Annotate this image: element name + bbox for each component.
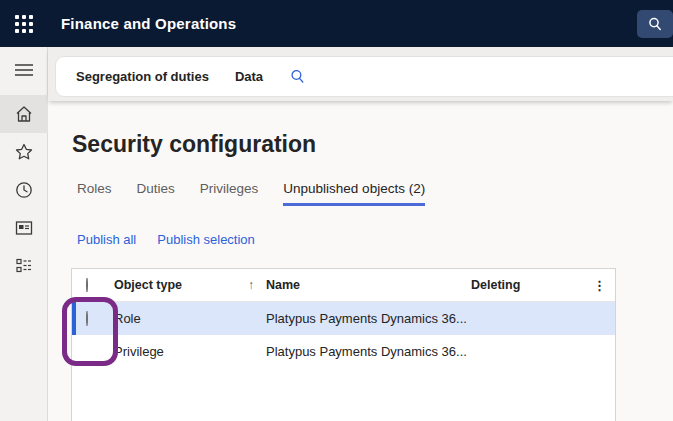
column-header-deleting[interactable]: Deleting	[471, 278, 581, 292]
tab-bar: Roles Duties Privileges Unpublished obje…	[77, 181, 425, 206]
search-icon	[647, 16, 663, 32]
tab-duties[interactable]: Duties	[137, 181, 175, 206]
table-row-privilege[interactable]: Privilege Platypus Payments Dynamics 36.…	[72, 335, 615, 368]
selected-row-accent	[72, 302, 76, 335]
action-bar: Publish all Publish selection	[77, 232, 255, 247]
breadcrumb-item-segregation-of-duties[interactable]: Segregation of duties	[76, 69, 209, 84]
workspace-icon	[14, 218, 34, 238]
hamburger-icon	[15, 63, 33, 77]
row-checkbox-role[interactable]	[86, 311, 88, 326]
global-search-button[interactable]	[637, 10, 673, 38]
tab-privileges[interactable]: Privileges	[200, 181, 259, 206]
table-row-role[interactable]: Role Platypus Payments Dynamics 36...	[72, 302, 615, 335]
cell-object-type: Role	[114, 311, 266, 326]
column-header-object-type[interactable]: Object type	[114, 278, 182, 292]
sidebar-item-workspaces[interactable]	[0, 209, 48, 247]
sort-ascending-icon[interactable]: ↑	[248, 278, 254, 292]
page-title: Security configuration	[72, 131, 316, 158]
cell-name: Platypus Payments Dynamics 36...	[266, 311, 471, 326]
clock-icon	[14, 180, 34, 200]
nav-expand-button[interactable]	[0, 55, 48, 85]
home-icon	[14, 104, 34, 124]
grid-header-row: Object type ↑ Name Deleting ⋮	[72, 269, 615, 302]
app-title: Finance and Operations	[61, 15, 236, 32]
cell-object-type: Privilege	[114, 344, 266, 359]
main-content: Security configuration Roles Duties Priv…	[48, 101, 673, 421]
star-icon	[14, 142, 34, 162]
sidebar-item-modules[interactable]	[0, 247, 48, 285]
breadcrumb: Segregation of duties Data	[55, 56, 673, 97]
publish-selection-button[interactable]: Publish selection	[157, 232, 255, 247]
tab-roles[interactable]: Roles	[77, 181, 112, 206]
page-search-button[interactable]	[289, 68, 306, 85]
unpublished-objects-grid: Object type ↑ Name Deleting ⋮ Role Platy…	[71, 268, 616, 421]
select-all-checkbox[interactable]	[86, 278, 88, 292]
publish-all-button[interactable]: Publish all	[77, 232, 136, 247]
cell-name: Platypus Payments Dynamics 36...	[266, 344, 471, 359]
navigation-band: Segregation of duties Data	[48, 47, 673, 101]
left-navigation-rail	[0, 47, 48, 421]
app-launcher-icon[interactable]	[15, 15, 33, 33]
grid-options-icon[interactable]: ⋮	[593, 279, 606, 292]
modules-list-icon	[14, 256, 34, 276]
app-header: Finance and Operations	[0, 0, 673, 47]
search-icon	[289, 68, 306, 85]
breadcrumb-item-data[interactable]: Data	[235, 69, 263, 84]
sidebar-item-favorites[interactable]	[0, 133, 48, 171]
sidebar-item-recent[interactable]	[0, 171, 48, 209]
sidebar-item-home[interactable]	[0, 95, 48, 133]
tab-unpublished-objects[interactable]: Unpublished objects (2)	[283, 181, 425, 206]
column-header-name[interactable]: Name	[266, 278, 471, 292]
